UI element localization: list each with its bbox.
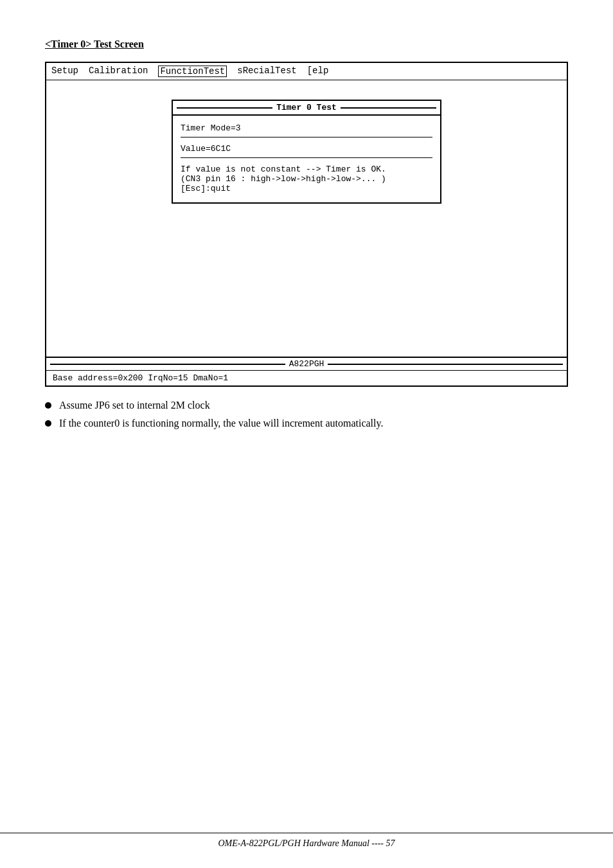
page-title: <Timer 0> Test Screen [45, 39, 568, 50]
dos-window: Setup Calibration FunctionTest sRecialTe… [45, 62, 568, 387]
bullet-text-0: Assume JP6 set to internal 2M clock [59, 400, 210, 411]
bullet-dot-1 [45, 420, 51, 427]
menu-item-setup[interactable]: Setup [51, 66, 78, 77]
dos-statusbar-content: Base address=0x200 IrqNo=15 DmaNo=1 [46, 371, 567, 385]
bullet-dot-0 [45, 402, 51, 409]
page-footer: OME-A-822PGL/PGH Hardware Manual ---- 57 [0, 833, 613, 849]
menu-item-help[interactable]: [elp [307, 66, 329, 77]
timer-dialog-content: Timer Mode=3 Value=6C1C If value is not … [173, 116, 440, 202]
menu-item-calibration[interactable]: Calibration [89, 66, 148, 77]
timer-dialog-title: Timer 0 Test [173, 101, 440, 116]
menu-item-specialtest[interactable]: sRecialTest [237, 66, 296, 77]
dos-statusbar: A822PGH Base address=0x200 IrqNo=15 DmaN… [46, 357, 567, 385]
bullet-text-1: If the counter0 is functioning normally,… [59, 418, 383, 429]
timer-dialog: Timer 0 Test Timer Mode=3 Value=6C1C If … [172, 100, 441, 204]
timer-message-2: [Esc]:quit [181, 184, 432, 193]
timer-messages: If value is not constant --> Timer is OK… [181, 162, 432, 197]
dos-window-body: Timer 0 Test Timer Mode=3 Value=6C1C If … [46, 80, 567, 350]
bullet-list: Assume JP6 set to internal 2M clock If t… [45, 400, 568, 429]
dos-statusbar-title: A822PGH [46, 358, 567, 371]
timer-message-1: (CN3 pin 16 : high->low->high->low->... … [181, 174, 432, 184]
menubar: Setup Calibration FunctionTest sRecialTe… [46, 63, 567, 80]
timer-message-0: If value is not constant --> Timer is OK… [181, 164, 432, 174]
bullet-item-0: Assume JP6 set to internal 2M clock [45, 400, 568, 411]
bullet-item-1: If the counter0 is functioning normally,… [45, 418, 568, 429]
timer-value-field: Value=6C1C [181, 141, 432, 158]
menu-item-functiontest[interactable]: FunctionTest [158, 66, 227, 77]
timer-mode-field: Timer Mode=3 [181, 121, 432, 137]
